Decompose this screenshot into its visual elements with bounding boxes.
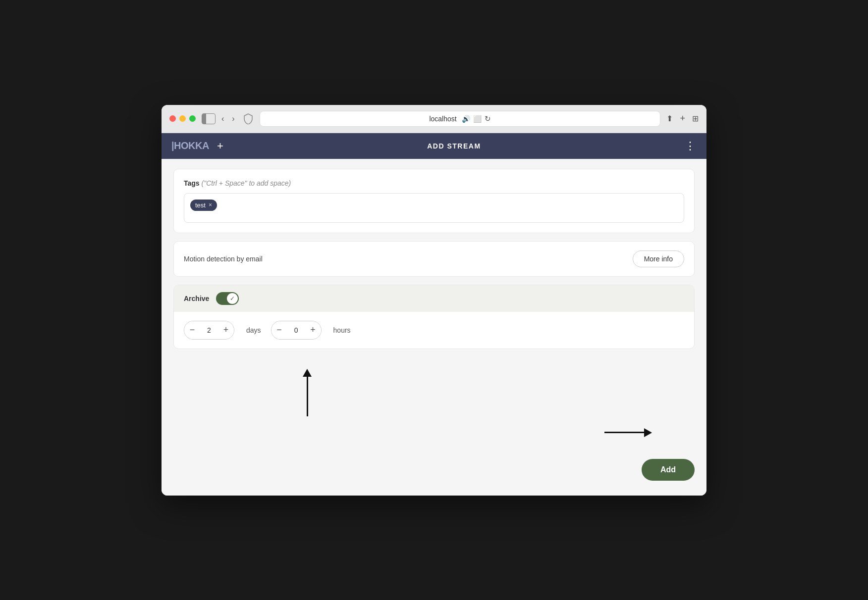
archive-body: − 2 + days − 0 + hours xyxy=(174,312,694,349)
tags-hint: ("Ctrl + Space" to add space) xyxy=(202,179,291,187)
logo-text: HOKKA xyxy=(174,140,209,151)
tabs-icon[interactable]: ⊞ xyxy=(692,114,699,123)
tags-input-area[interactable]: test × xyxy=(184,193,684,223)
sidebar-toggle[interactable] xyxy=(202,113,216,124)
app-header-left: |HOKKA + xyxy=(171,140,223,151)
hours-unit: hours xyxy=(333,326,351,334)
tag-chip: test × xyxy=(190,200,217,211)
tag-text: test xyxy=(195,201,206,209)
close-button[interactable] xyxy=(169,115,176,122)
days-stepper: − 2 + xyxy=(184,321,234,340)
address-icons: 🔊 ⬜ ↻ xyxy=(462,114,491,123)
hours-stepper: − 0 + xyxy=(271,321,322,340)
url-text: localhost xyxy=(429,115,456,123)
annotation-arrow-up xyxy=(303,369,312,416)
toggle-knob: ✓ xyxy=(227,293,238,304)
more-info-button[interactable]: More info xyxy=(633,250,684,267)
archive-toggle[interactable]: ✓ xyxy=(216,292,239,305)
days-unit: days xyxy=(246,326,261,334)
app-logo: |HOKKA xyxy=(171,140,209,151)
hours-value: 0 xyxy=(287,326,305,334)
tags-section: Tags ("Ctrl + Space" to add space) test … xyxy=(173,169,695,233)
browser-actions: ⬆ + ⊞ xyxy=(666,113,699,124)
archive-header: Archive ✓ xyxy=(174,285,694,312)
days-increment-button[interactable]: + xyxy=(218,321,234,339)
add-button[interactable]: Add xyxy=(642,459,695,481)
motion-detection-label: Motion detection by email xyxy=(184,255,263,263)
traffic-lights xyxy=(169,115,196,122)
hours-increment-button[interactable]: + xyxy=(305,321,321,339)
days-value: 2 xyxy=(200,326,218,334)
browser-controls: ‹ › xyxy=(202,113,237,124)
hours-decrement-button[interactable]: − xyxy=(271,321,287,339)
translate-icon: ⬜ xyxy=(473,115,482,123)
reload-icon[interactable]: ↻ xyxy=(485,114,491,123)
add-stream-plus-button[interactable]: + xyxy=(217,141,223,151)
audio-icon: 🔊 xyxy=(462,115,470,123)
share-icon[interactable]: ⬆ xyxy=(666,114,673,123)
archive-label: Archive xyxy=(184,295,209,302)
archive-section: Archive ✓ − 2 + days − 0 + h xyxy=(173,285,695,349)
maximize-button[interactable] xyxy=(189,115,196,122)
menu-dots-icon[interactable]: ⋮ xyxy=(685,140,697,152)
tags-label: Tags ("Ctrl + Space" to add space) xyxy=(184,179,684,187)
main-content: Tags ("Ctrl + Space" to add space) test … xyxy=(162,159,706,496)
tags-label-text: Tags xyxy=(184,179,200,187)
back-button[interactable]: ‹ xyxy=(219,113,226,124)
app-header: |HOKKA + ADD STREAM ⋮ xyxy=(162,133,706,159)
motion-detection-section: Motion detection by email More info xyxy=(173,241,695,277)
address-bar[interactable]: localhost 🔊 ⬜ ↻ xyxy=(260,111,661,127)
forward-button[interactable]: › xyxy=(230,113,236,124)
minimize-button[interactable] xyxy=(179,115,186,122)
browser-chrome: ‹ › localhost 🔊 ⬜ ↻ ⬆ + ⊞ xyxy=(162,105,706,133)
shield-icon xyxy=(243,112,254,125)
days-decrement-button[interactable]: − xyxy=(184,321,200,339)
browser-window: ‹ › localhost 🔊 ⬜ ↻ ⬆ + ⊞ |HOKKA xyxy=(162,105,706,496)
annotation-arrow-right xyxy=(604,428,652,437)
app-title: ADD STREAM xyxy=(427,142,481,150)
tag-remove-button[interactable]: × xyxy=(209,201,212,208)
new-tab-icon[interactable]: + xyxy=(680,113,685,124)
